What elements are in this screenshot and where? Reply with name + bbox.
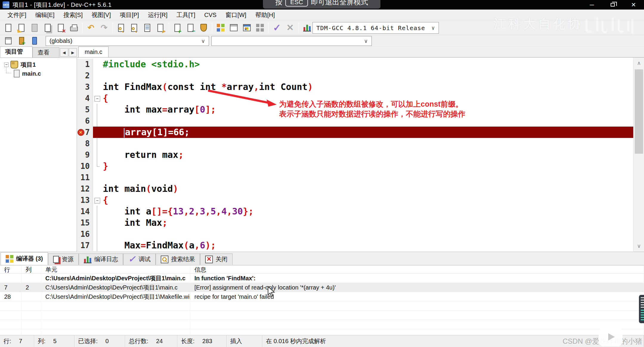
project-properties-button[interactable] xyxy=(197,21,210,34)
code-line-9[interactable]: 9 return max; xyxy=(77,149,644,161)
table-row[interactable]: 72C:\Users\Admin\Desktop\DevProject\项目1\… xyxy=(0,283,644,292)
output-tab-squares[interactable]: 编译器 (3) xyxy=(1,252,48,265)
fold-marker-open[interactable] xyxy=(93,194,101,206)
code-line-13[interactable]: 13{ xyxy=(77,194,644,206)
code-text[interactable]: { xyxy=(101,194,644,206)
code-line-2[interactable]: 2 xyxy=(77,70,644,81)
find-button[interactable] xyxy=(114,21,128,34)
code-text[interactable]: } xyxy=(101,161,644,172)
menu-item-4[interactable]: 项目[P] xyxy=(115,10,143,20)
menu-item-6[interactable]: 工具[T] xyxy=(172,10,200,20)
code-text[interactable]: int main(void) xyxy=(101,183,644,194)
undo-button[interactable]: ↶ xyxy=(84,21,97,34)
column-header[interactable]: 单元 xyxy=(41,265,190,273)
redo-button[interactable]: ↷ xyxy=(97,21,111,34)
code-line-16[interactable]: 16 xyxy=(77,228,644,240)
print-button[interactable] xyxy=(67,21,80,34)
profile-button[interactable] xyxy=(301,21,314,34)
scroll-up-icon[interactable]: ∧ xyxy=(634,57,644,69)
close-button[interactable]: ✕ xyxy=(623,0,644,10)
editor-vscrollbar[interactable]: ∧ ∨ xyxy=(633,57,644,252)
tab-project-manager[interactable]: 项目管理 xyxy=(0,46,32,57)
table-row[interactable]: C:\Users\Admin\Desktop\DevProject\项目1\ma… xyxy=(0,274,644,283)
code-line-11[interactable]: 11 xyxy=(77,172,644,183)
column-header[interactable]: 行 xyxy=(0,265,21,273)
menu-item-0[interactable]: 文件[F] xyxy=(3,10,31,20)
globals-select[interactable]: (globals) ∨ xyxy=(46,36,209,46)
code-line-14[interactable]: 14 int a[]={13,2,3,5,4,30}; xyxy=(77,206,644,217)
menu-item-1[interactable]: 编辑[E] xyxy=(31,10,59,20)
code-editor[interactable]: 1#include <stdio.h>23int FindMax(const i… xyxy=(77,57,644,252)
scrollbar-thumb[interactable] xyxy=(635,69,643,154)
tree-node-project[interactable]: − 项目1 xyxy=(0,60,77,69)
output-tab-closedoc[interactable]: 关闭 xyxy=(200,253,233,265)
compile-and-run-button[interactable] xyxy=(240,21,253,34)
menu-item-5[interactable]: 运行[R] xyxy=(143,10,172,20)
menu-item-2[interactable]: 搜索[S] xyxy=(59,10,87,20)
table-cell-empty xyxy=(190,301,644,310)
debug-button[interactable]: ✓ xyxy=(270,21,284,34)
code-text[interactable]: #include <stdio.h> xyxy=(101,59,644,70)
collapse-icon[interactable]: − xyxy=(4,63,9,67)
code-text[interactable]: array[1]=66; xyxy=(101,127,644,138)
code-line-15[interactable]: 15 int Max; xyxy=(77,217,644,228)
code-text[interactable]: Max=FindMax(a,6); xyxy=(101,240,644,251)
code-line-17[interactable]: 17 Max=FindMax(a,6); xyxy=(77,240,644,251)
save-all-button[interactable] xyxy=(41,21,54,34)
output-tab-check[interactable]: 调试 xyxy=(123,253,156,265)
open-file-button[interactable] xyxy=(15,21,28,34)
restore-button[interactable] xyxy=(602,0,623,10)
minimize-button[interactable]: ─ xyxy=(581,0,602,10)
output-tab-chart[interactable]: 编译日志 xyxy=(79,253,123,265)
abort-button[interactable]: ✕ xyxy=(284,21,297,34)
new-file-button[interactable] xyxy=(2,21,15,34)
rebuild-all-button[interactable] xyxy=(253,21,267,34)
code-text[interactable]: int a[]={13,2,3,5,4,30}; xyxy=(101,206,644,217)
code-line-1[interactable]: 1#include <stdio.h> xyxy=(77,59,644,70)
goto-line-button[interactable] xyxy=(154,21,167,34)
replace-button[interactable] xyxy=(141,21,154,34)
table-row[interactable]: 28C:\Users\Admin\Desktop\DevProject\项目1\… xyxy=(0,292,644,301)
compile-button[interactable] xyxy=(214,21,227,34)
output-tab-pages[interactable]: 资源 xyxy=(48,253,79,265)
code-line-12[interactable]: 12int main(void) xyxy=(77,183,644,194)
code-text[interactable]: return max; xyxy=(101,149,644,161)
members-select[interactable]: ∨ xyxy=(211,36,372,46)
menu-item-9[interactable]: 帮助[H] xyxy=(251,10,279,20)
menu-item-8[interactable]: 窗口[W] xyxy=(221,10,251,20)
back-page-button[interactable] xyxy=(2,35,15,47)
compiler-select[interactable]: TDM-GCC 4.8.1 64-bit Release ∨ xyxy=(312,22,439,34)
code-text[interactable] xyxy=(101,172,644,183)
find-next-button[interactable] xyxy=(128,21,141,34)
remove-from-project-button[interactable] xyxy=(184,21,197,34)
code-text[interactable] xyxy=(101,70,644,81)
output-tab-search[interactable]: 搜索结果 xyxy=(156,253,200,265)
tab-scroll-left-button[interactable]: ◀ xyxy=(60,48,68,57)
tab-scroll-right-button[interactable]: ▶ xyxy=(69,48,77,57)
menu-item-7[interactable]: CVS xyxy=(200,10,221,20)
editor-tab-mainc[interactable]: main.c xyxy=(78,46,109,57)
scroll-down-icon[interactable]: ∨ xyxy=(634,240,644,252)
fold-marker-open[interactable] xyxy=(93,93,101,104)
column-header[interactable]: 列 xyxy=(21,265,41,273)
close-file-button[interactable] xyxy=(54,21,67,34)
line-number: 16 xyxy=(77,228,93,240)
new-unit-button[interactable] xyxy=(15,35,28,47)
column-header[interactable]: 信息 xyxy=(190,265,644,273)
add-to-project-button[interactable] xyxy=(171,21,184,34)
save-button[interactable] xyxy=(28,21,41,34)
code-line-7[interactable]: 7 array[1]=66; xyxy=(77,127,644,138)
code-text[interactable]: int Max; xyxy=(101,217,644,228)
bookmark-button[interactable] xyxy=(28,35,41,47)
code-text[interactable] xyxy=(101,228,644,240)
tree-node-mainc[interactable]: main.c xyxy=(0,69,77,78)
code-line-3[interactable]: 3int FindMax(const int *array,int Count) xyxy=(77,81,644,93)
run-button[interactable] xyxy=(227,21,240,34)
tab-class-view[interactable]: 查看类 xyxy=(32,47,59,57)
menu-item-3[interactable]: 视图[V] xyxy=(87,10,115,20)
code-text[interactable] xyxy=(101,138,644,149)
code-line-8[interactable]: 8 xyxy=(77,138,644,149)
table-cell: recipe for target 'main.o' failed xyxy=(190,292,644,301)
code-text[interactable]: int FindMax(const int *array,int Count) xyxy=(101,81,644,93)
code-line-10[interactable]: 10} xyxy=(77,161,644,172)
